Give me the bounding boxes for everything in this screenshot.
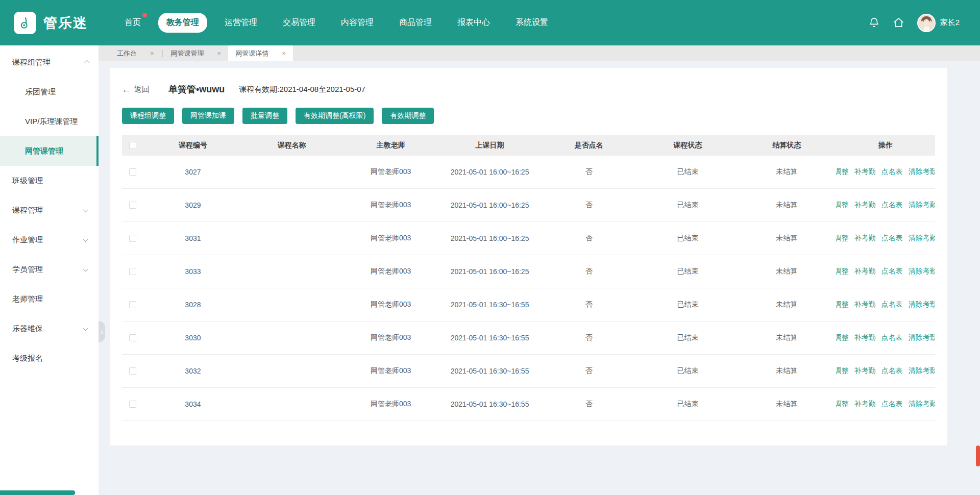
brand-name: 管乐迷 xyxy=(43,14,88,32)
cell-actions: 调整补考勤点名表清除考勤 xyxy=(836,267,935,276)
row-action-link[interactable]: 清除考勤 xyxy=(909,167,935,177)
sidebar-item[interactable]: 乐器维保 xyxy=(0,314,99,343)
vertical-scrollbar-thumb[interactable] xyxy=(976,445,980,466)
row-action-link[interactable]: 补考勤 xyxy=(854,366,876,376)
row-checkbox[interactable] xyxy=(129,301,136,308)
row-checkbox[interactable] xyxy=(129,202,136,209)
back-button[interactable]: ← 返回 xyxy=(122,85,150,94)
user-menu[interactable]: 家长2 xyxy=(917,14,960,32)
cell-actions: 调整补考勤点名表清除考勤 xyxy=(836,167,935,177)
sidebar-item[interactable]: 网管课管理 xyxy=(0,136,99,166)
cell-status: 已结束 xyxy=(638,333,737,342)
row-select-cell xyxy=(122,168,143,176)
notification-bell-icon[interactable] xyxy=(868,17,880,29)
row-action-link[interactable]: 补考勤 xyxy=(854,167,876,177)
row-action-link[interactable]: 调整 xyxy=(836,234,848,243)
row-action-link[interactable]: 调整 xyxy=(836,300,848,309)
row-action-link[interactable]: 清除考勤 xyxy=(909,234,935,243)
horizontal-scrollbar-thumb[interactable] xyxy=(0,490,75,495)
row-action-link[interactable]: 点名表 xyxy=(881,400,903,409)
open-tabs-bar: 工作台 × 网管课管理 × 网管课详情 × xyxy=(99,45,980,61)
row-action-link[interactable]: 补考勤 xyxy=(854,400,876,409)
row-action-link[interactable]: 点名表 xyxy=(881,300,903,309)
chevron-icon xyxy=(83,207,88,212)
row-action-link[interactable]: 点名表 xyxy=(881,333,903,342)
cell-settlement: 未结算 xyxy=(737,366,836,376)
row-action-link[interactable]: 点名表 xyxy=(881,366,903,376)
open-tab[interactable]: 网管课管理 × xyxy=(164,45,229,61)
row-checkbox[interactable] xyxy=(129,334,136,341)
row-action-link[interactable]: 调整 xyxy=(836,333,848,342)
row-action-link[interactable]: 补考勤 xyxy=(854,333,876,342)
row-action-link[interactable]: 清除考勤 xyxy=(909,300,935,309)
cell-rollcall: 否 xyxy=(540,234,639,243)
row-action-link[interactable]: 点名表 xyxy=(881,234,903,243)
notification-dot xyxy=(142,13,147,17)
toolbar-button[interactable]: 网管课加课 xyxy=(182,108,234,124)
top-nav-item[interactable]: 首页 xyxy=(116,13,149,33)
sidebar-collapse-handle[interactable]: ‹ xyxy=(99,321,105,342)
row-action-link[interactable]: 调整 xyxy=(836,201,848,210)
table-column-header: 课程编号 xyxy=(143,141,242,150)
row-action-link[interactable]: 补考勤 xyxy=(854,300,876,309)
cell-status: 已结束 xyxy=(638,366,737,376)
row-checkbox[interactable] xyxy=(129,367,136,375)
open-tab[interactable]: 工作台 × xyxy=(110,45,161,61)
top-nav-item[interactable]: 内容管理 xyxy=(333,13,382,33)
row-action-link[interactable]: 点名表 xyxy=(881,201,903,210)
row-action-link[interactable]: 点名表 xyxy=(881,267,903,276)
sidebar-item[interactable]: 课程管理 xyxy=(0,195,99,225)
row-action-link[interactable]: 清除考勤 xyxy=(909,400,935,409)
open-tab[interactable]: 网管课详情 × xyxy=(228,45,293,61)
row-action-link[interactable]: 补考勤 xyxy=(854,201,876,210)
toolbar-button[interactable]: 有效期调整(高权限) xyxy=(296,108,374,124)
row-action-link[interactable]: 调整 xyxy=(836,366,848,376)
cell-date: 2021-05-01 16:00~16:25 xyxy=(440,168,540,176)
row-action-link[interactable]: 点名表 xyxy=(881,167,903,177)
top-nav-item[interactable]: 运营管理 xyxy=(216,13,265,33)
sidebar-item[interactable]: 考级报名 xyxy=(0,343,99,373)
cell-actions: 调整补考勤点名表清除考勤 xyxy=(836,366,935,376)
select-all-checkbox[interactable] xyxy=(129,142,136,149)
cell-teacher: 网管老师003 xyxy=(341,267,440,276)
row-action-link[interactable]: 调整 xyxy=(836,267,848,276)
app-window: 管乐迷 首页 教务管理 运营管理 交易管理 内容管理 商品管理 报表中心 系统设… xyxy=(0,0,980,495)
top-nav-item[interactable]: 教务管理 xyxy=(158,13,207,33)
sidebar-item[interactable]: 作业管理 xyxy=(0,225,99,255)
top-nav-item[interactable]: 报表中心 xyxy=(449,13,498,33)
sidebar-item[interactable]: VIP/乐理课管理 xyxy=(0,107,99,136)
sidebar-item[interactable]: 乐团管理 xyxy=(0,77,99,107)
sidebar-item[interactable]: 老师管理 xyxy=(0,284,99,314)
row-action-link[interactable]: 清除考勤 xyxy=(909,201,935,210)
tab-close-icon[interactable]: × xyxy=(150,50,154,57)
row-checkbox[interactable] xyxy=(129,235,136,242)
row-action-link[interactable]: 清除考勤 xyxy=(909,366,935,376)
top-nav-item[interactable]: 商品管理 xyxy=(391,13,440,33)
table-row: 3033 网管老师003 2021-05-01 16:00~16:25 否 已结… xyxy=(122,255,935,288)
row-checkbox[interactable] xyxy=(129,168,136,176)
toolbar-button[interactable]: 有效期调整 xyxy=(382,108,434,124)
row-action-link[interactable]: 补考勤 xyxy=(854,234,876,243)
sidebar-item[interactable]: 课程组管理 xyxy=(0,47,99,77)
sidebar-item[interactable]: 班级管理 xyxy=(0,166,99,195)
row-action-link[interactable]: 补考勤 xyxy=(854,267,876,276)
home-icon[interactable] xyxy=(893,17,905,29)
row-action-link[interactable]: 清除考勤 xyxy=(909,267,935,276)
row-checkbox[interactable] xyxy=(129,268,136,275)
row-action-link[interactable]: 清除考勤 xyxy=(909,333,935,342)
cell-settlement: 未结算 xyxy=(737,267,836,276)
tab-close-icon[interactable]: × xyxy=(217,50,222,57)
row-checkbox[interactable] xyxy=(129,401,136,408)
sidebar-item-label: 课程组管理 xyxy=(12,58,51,67)
toolbar-button[interactable]: 批量调整 xyxy=(242,108,287,124)
sidebar-item-label: 乐团管理 xyxy=(25,87,56,97)
sidebar-item-label: 考级报名 xyxy=(12,354,43,363)
row-action-link[interactable]: 调整 xyxy=(836,167,848,177)
top-nav-item[interactable]: 系统设置 xyxy=(507,13,556,33)
toolbar-button[interactable]: 课程组调整 xyxy=(122,108,174,124)
tab-close-icon[interactable]: × xyxy=(282,50,286,57)
top-nav-item[interactable]: 交易管理 xyxy=(275,13,324,33)
sidebar-item[interactable]: 学员管理 xyxy=(0,255,99,284)
cell-actions: 调整补考勤点名表清除考勤 xyxy=(836,234,935,243)
row-action-link[interactable]: 调整 xyxy=(836,400,848,409)
